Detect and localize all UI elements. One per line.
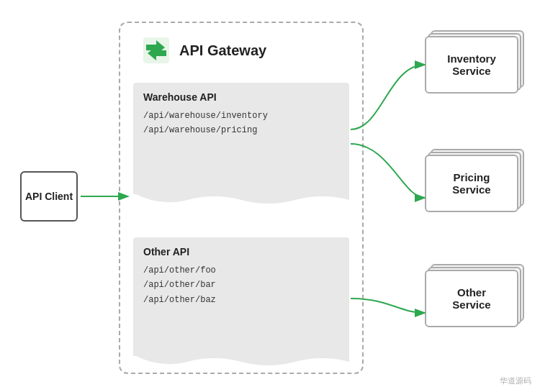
gateway-header: API Gateway (140, 35, 266, 66)
api-client-label: API Client (25, 191, 73, 202)
warehouse-api-routes: /api/warehouse/inventory /api/warehouse/… (143, 109, 339, 138)
other-service-stack: OtherService (425, 270, 518, 327)
gateway-title: API Gateway (179, 42, 266, 59)
other-api-panel: Other API /api/other/foo /api/other/bar … (133, 237, 349, 356)
pricing-service-label: PricingService (425, 155, 518, 212)
warehouse-api-title: Warehouse API (143, 91, 339, 103)
api-client-box: API Client (20, 171, 78, 222)
other-service-card: OtherService (425, 270, 518, 327)
warehouse-wavy (133, 193, 349, 207)
inventory-service-card: InventoryService (425, 36, 518, 94)
other-api-routes: /api/other/foo /api/other/bar /api/other… (143, 263, 339, 307)
gateway-icon (140, 35, 172, 66)
inventory-service-stack: InventoryService (425, 36, 518, 94)
pricing-service-stack: PricingService (425, 155, 518, 212)
pricing-service-card: PricingService (425, 155, 518, 212)
other-api-title: Other API (143, 246, 339, 257)
inventory-service-label: InventoryService (425, 36, 518, 94)
other-service-label: OtherService (425, 270, 518, 327)
watermark: 华道源码 (500, 375, 531, 386)
diagram-container: API Client API Gateway Warehouse API /ap… (0, 0, 540, 392)
other-wavy (133, 355, 349, 369)
warehouse-api-panel: Warehouse API /api/warehouse/inventory /… (133, 83, 349, 194)
